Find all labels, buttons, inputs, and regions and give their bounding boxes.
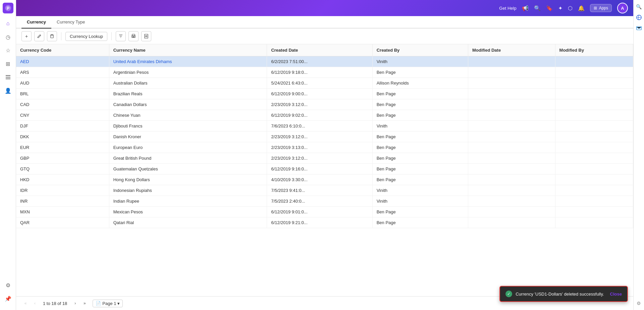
toast-close-button[interactable]: Close bbox=[610, 292, 622, 297]
table-row[interactable]: BRLBrazilian Reals6/12/2019 9:00:0...Ben… bbox=[16, 89, 633, 99]
toolbar-separator-2 bbox=[111, 32, 112, 40]
svg-rect-4 bbox=[6, 79, 10, 79]
apps-label: Apps bbox=[599, 6, 608, 10]
svg-rect-2 bbox=[6, 75, 10, 76]
toolbar-separator bbox=[61, 32, 61, 40]
table-container[interactable]: Currency Code Currency Name Created Date… bbox=[16, 44, 633, 296]
page-select-button[interactable]: 📄 Page 1 ▾ bbox=[93, 300, 123, 307]
toast-message: Currency 'USD1-Dollars' deleted successf… bbox=[516, 292, 604, 297]
search-icon-right[interactable]: 🔍 bbox=[635, 3, 643, 11]
bell-icon[interactable]: 🔔 bbox=[578, 5, 585, 11]
delete-button[interactable] bbox=[47, 31, 57, 41]
table-row[interactable]: ARSArgentinian Pesos6/12/2019 9:18:0...B… bbox=[16, 67, 633, 78]
get-help-item[interactable]: Get Help bbox=[499, 6, 516, 11]
apps-grid-icon: ⊞ bbox=[594, 6, 597, 10]
col-created-by[interactable]: Created By bbox=[372, 44, 468, 56]
outlook-icon-right[interactable] bbox=[635, 24, 643, 32]
table-row[interactable]: CADCanadian Dollars2/23/2019 3:12:0...Be… bbox=[16, 99, 633, 110]
page-icon: 📄 bbox=[96, 301, 101, 306]
export-button[interactable] bbox=[141, 31, 151, 41]
sidebar-pin-icon: 📌 bbox=[2, 293, 14, 307]
prev-page-button[interactable]: ‹ bbox=[31, 299, 39, 307]
first-page-button[interactable]: « bbox=[21, 299, 30, 307]
svg-text:P: P bbox=[6, 6, 9, 11]
col-currency-code[interactable]: Currency Code bbox=[16, 44, 109, 56]
table-row[interactable]: GBPGreat British Pound2/23/2019 3:12:0..… bbox=[16, 153, 633, 164]
toast-notification: ✓ Currency 'USD1-Dollars' deleted succes… bbox=[499, 286, 628, 302]
sidebar-item-starred[interactable]: ☆ bbox=[2, 44, 14, 56]
svg-rect-3 bbox=[6, 77, 10, 78]
get-help-label: Get Help bbox=[499, 6, 516, 11]
tab-currency-type[interactable]: Currency Type bbox=[51, 16, 90, 29]
topbar: Get Help 📢 🔍 🔖 ✦ ⬡ 🔔 ⊞ Apps A bbox=[16, 0, 633, 16]
sidebar-item-grid[interactable]: ⊞ bbox=[2, 58, 14, 70]
sidebar-item-person[interactable]: 👤 bbox=[2, 85, 14, 97]
apps-button[interactable]: ⊞ Apps bbox=[590, 4, 612, 12]
col-modified-by[interactable]: Modified By bbox=[555, 44, 633, 56]
chevron-down-icon: ▾ bbox=[117, 301, 120, 306]
col-created-date[interactable]: Created Date bbox=[267, 44, 372, 56]
sidebar-item-recent[interactable]: ◷ bbox=[2, 31, 14, 43]
table-row[interactable]: DKKDanish Kroner2/23/2019 3:12:0...Ben P… bbox=[16, 132, 633, 142]
table-row[interactable]: HKDHong Kong Dollars4/10/2019 3:30:0...B… bbox=[16, 174, 633, 185]
megaphone-icon[interactable]: 📢 bbox=[522, 5, 529, 11]
print-button[interactable] bbox=[128, 31, 139, 41]
last-page-button[interactable]: » bbox=[80, 299, 89, 307]
user-avatar[interactable]: A bbox=[617, 3, 628, 13]
svg-rect-5 bbox=[51, 35, 53, 38]
svg-rect-13 bbox=[132, 37, 135, 37]
sidebar-item-list[interactable] bbox=[2, 71, 14, 83]
search-icon[interactable]: 🔍 bbox=[534, 5, 541, 11]
table-row[interactable]: EUREuropean Euro2/23/2019 3:13:0...Ben P… bbox=[16, 142, 633, 153]
table-row[interactable]: IDRIndonesian Rupiahs7/5/2023 9:41:0...V… bbox=[16, 185, 633, 196]
compass-icon[interactable]: ✦ bbox=[558, 5, 562, 11]
page-info: 1 to 18 of 18 bbox=[43, 301, 67, 306]
sidebar-item-home[interactable]: ⌂ bbox=[2, 17, 14, 30]
right-sidebar: 🔍 ⚙ bbox=[633, 0, 644, 310]
content-area: Currency Currency Type + Currency Lookup bbox=[16, 16, 633, 310]
table-row[interactable]: CNYChinese Yuan6/12/2019 9:02:0...Ben Pa… bbox=[16, 110, 633, 121]
settings-icon-right[interactable]: ⚙ bbox=[635, 299, 643, 307]
main-area: Get Help 📢 🔍 🔖 ✦ ⬡ 🔔 ⊞ Apps A Currency C… bbox=[16, 0, 633, 310]
browser-icon-right[interactable] bbox=[635, 13, 643, 21]
toast-check-icon: ✓ bbox=[505, 291, 512, 297]
bookmark-icon[interactable]: 🔖 bbox=[546, 5, 553, 11]
col-currency-name[interactable]: Currency Name bbox=[109, 44, 267, 56]
table-row[interactable]: INRIndian Rupee7/5/2023 2:40:0...Vinith bbox=[16, 196, 633, 207]
filter-button[interactable] bbox=[116, 31, 126, 41]
table-row[interactable]: DJFDjibouti Francs7/6/2023 6:10:0...Vini… bbox=[16, 121, 633, 132]
table-row[interactable]: AUDAustralian Dollars5/24/2021 6:43:0...… bbox=[16, 78, 633, 89]
table-row[interactable]: GTQGuatemalan Quetzales6/12/2019 9:16:0.… bbox=[16, 164, 633, 174]
left-sidebar: P ⌂ ◷ ☆ ⊞ 👤 ⚙ 📌 bbox=[0, 0, 16, 310]
pin-icon[interactable]: 📌 bbox=[2, 293, 14, 305]
sidebar-item-settings[interactable]: ⚙ bbox=[2, 279, 14, 291]
cube-icon[interactable]: ⬡ bbox=[568, 5, 573, 11]
table-row[interactable]: QARQatari Rial6/12/2019 9:21:0...Ben Pag… bbox=[16, 217, 633, 228]
tab-currency[interactable]: Currency bbox=[21, 16, 51, 29]
currency-lookup-button[interactable]: Currency Lookup bbox=[65, 32, 107, 41]
col-modified-date[interactable]: Modified Date bbox=[468, 44, 555, 56]
app-logo[interactable]: P bbox=[3, 3, 13, 13]
next-page-button[interactable]: › bbox=[71, 299, 79, 307]
page-label: Page 1 bbox=[102, 301, 116, 306]
add-button[interactable]: + bbox=[21, 31, 32, 41]
table-header-row: Currency Code Currency Name Created Date… bbox=[16, 44, 633, 56]
tab-bar: Currency Currency Type bbox=[16, 16, 633, 29]
edit-button[interactable] bbox=[34, 31, 44, 41]
currency-table: Currency Code Currency Name Created Date… bbox=[16, 44, 633, 228]
toolbar: + Currency Lookup bbox=[16, 29, 633, 44]
table-row[interactable]: AEDUnited Arab Emirates Dirhams6/2/2023 … bbox=[16, 56, 633, 67]
table-row[interactable]: MXNMexican Pesos6/12/2019 9:01:0...Ben P… bbox=[16, 207, 633, 217]
